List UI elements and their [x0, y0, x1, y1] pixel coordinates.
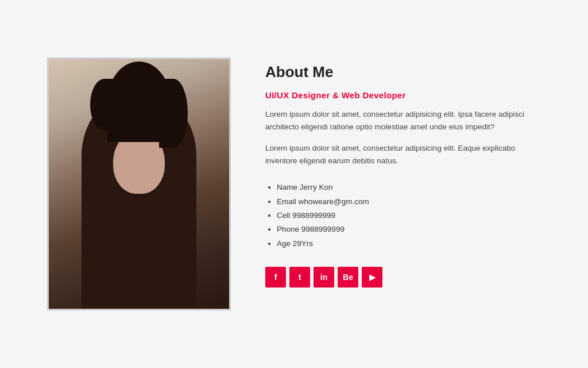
behance-button[interactable]: Be: [338, 267, 358, 288]
description-2: Lorem ipsum dolor sit amet, consectetur …: [265, 142, 541, 167]
description-1: Lorem ipsum dolor sit amet, consectetur …: [265, 108, 541, 133]
linkedin-button[interactable]: in: [314, 267, 334, 288]
job-title: UI/UX Designer & Web Developer: [265, 90, 541, 100]
info-name: Name Jerry Kon: [277, 181, 541, 194]
about-section: About Me UI/UX Designer & Web Developer …: [36, 34, 552, 334]
about-title: About Me: [265, 63, 541, 81]
content-container: About Me UI/UX Designer & Web Developer …: [265, 57, 541, 288]
info-phone: Phone 9988999999: [277, 223, 541, 236]
info-list: Name Jerry Kon Email whoweare@gm.com Cel…: [265, 181, 541, 250]
profile-photo: [47, 57, 231, 310]
facebook-button[interactable]: f: [265, 267, 286, 288]
info-cell: Cell 9988999999: [277, 209, 541, 223]
twitter-button[interactable]: t: [289, 267, 310, 288]
social-icons-container: f t in Be ▶: [265, 267, 541, 288]
info-age: Age 29Yrs: [277, 237, 541, 251]
other-social-button[interactable]: ▶: [362, 267, 382, 288]
info-email: Email whoweare@gm.com: [277, 195, 541, 209]
